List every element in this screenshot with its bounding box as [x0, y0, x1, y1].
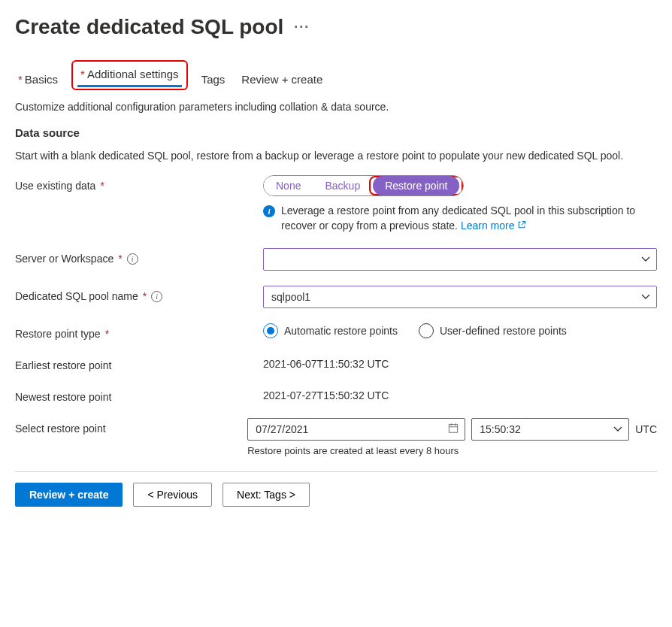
restore-point-date-value: 07/27/2021: [256, 423, 308, 435]
tab-tags[interactable]: Tags: [198, 68, 229, 90]
label-select-restore-point: Select restore point: [15, 423, 106, 435]
intro-text: Customize additional configuration param…: [15, 101, 657, 113]
restore-point-helper: Restore points are created at least ever…: [247, 445, 657, 456]
tab-basics[interactable]: * Basics: [15, 68, 61, 90]
label-restore-point-type: Restore point type: [15, 328, 101, 340]
sql-pool-name-value: sqlpool1: [271, 291, 310, 303]
radio-user-defined-label: User-defined restore points: [440, 325, 567, 337]
newest-restore-point-value: 2021-07-27T15:50:32 UTC: [263, 389, 389, 401]
tooltip-icon[interactable]: i: [151, 291, 162, 302]
data-source-description: Start with a blank dedicated SQL pool, r…: [15, 150, 657, 162]
footer: Review + create < Previous Next: Tags >: [15, 471, 657, 520]
section-data-source: Data source: [15, 126, 657, 139]
restore-point-time-input[interactable]: 15:50:32: [471, 418, 629, 441]
pill-backup[interactable]: Backup: [313, 176, 372, 195]
restore-point-time-value: 15:50:32: [480, 423, 521, 435]
pill-none[interactable]: None: [264, 176, 313, 195]
calendar-icon: [448, 423, 459, 436]
timezone-label: UTC: [635, 423, 657, 435]
required-marker: *: [118, 253, 122, 265]
required-marker: *: [143, 290, 147, 302]
learn-more-label: Learn more: [461, 220, 515, 232]
tab-review-label: Review + create: [241, 73, 322, 86]
tab-additional-label: Additional settings: [87, 68, 179, 80]
previous-button[interactable]: < Previous: [133, 483, 212, 507]
tab-review-create[interactable]: Review + create: [238, 68, 325, 90]
chevron-down-icon: [613, 425, 622, 434]
page-title: Create dedicated SQL pool ···: [15, 15, 657, 39]
radio-automatic-restore-points[interactable]: [263, 323, 278, 338]
external-link-icon: [517, 222, 526, 231]
review-create-button[interactable]: Review + create: [15, 483, 123, 507]
highlight-restore-point-pill: Restore point: [369, 176, 463, 195]
svg-rect-0: [450, 425, 458, 433]
tooltip-icon[interactable]: i: [127, 253, 138, 265]
earliest-restore-point-value: 2021-06-07T11:50:32 UTC: [263, 358, 389, 370]
chevron-down-icon: [641, 255, 650, 264]
label-use-existing-data: Use existing data: [15, 180, 95, 192]
label-sql-pool-name: Dedicated SQL pool name: [15, 290, 138, 302]
label-earliest-restore-point: Earliest restore point: [15, 359, 111, 371]
tab-additional-settings[interactable]: * Additional settings: [77, 63, 182, 87]
tabs: * Basics * Additional settings Tags Revi…: [15, 60, 657, 90]
radio-user-defined-restore-points[interactable]: [419, 323, 434, 338]
label-server-or-workspace: Server or Workspace: [15, 253, 114, 265]
highlight-additional-settings-tab: * Additional settings: [71, 60, 188, 90]
next-tags-button[interactable]: Next: Tags >: [222, 483, 310, 507]
info-text-content: Leverage a restore point from any dedica…: [281, 204, 635, 232]
tab-tags-label: Tags: [201, 73, 226, 86]
required-marker: *: [105, 328, 109, 340]
label-newest-restore-point: Newest restore point: [15, 391, 111, 403]
use-existing-data-toggle: None Backup Restore point: [263, 175, 464, 196]
required-marker: *: [18, 73, 23, 86]
sql-pool-name-select[interactable]: sqlpool1: [263, 286, 657, 308]
tab-basics-label: Basics: [25, 73, 58, 86]
required-marker: *: [80, 68, 85, 80]
radio-automatic-label: Automatic restore points: [284, 325, 398, 337]
page-title-text: Create dedicated SQL pool: [15, 15, 283, 39]
restore-point-date-input[interactable]: 07/27/2021: [247, 418, 465, 441]
pill-restore-point[interactable]: Restore point: [373, 176, 459, 195]
restore-point-info: Leverage a restore point from any dedica…: [281, 204, 657, 233]
info-icon: i: [263, 205, 275, 217]
server-or-workspace-select[interactable]: [263, 248, 657, 271]
chevron-down-icon: [641, 292, 650, 301]
more-icon[interactable]: ···: [294, 20, 310, 35]
required-marker: *: [100, 180, 104, 192]
learn-more-link[interactable]: Learn more: [461, 220, 526, 232]
